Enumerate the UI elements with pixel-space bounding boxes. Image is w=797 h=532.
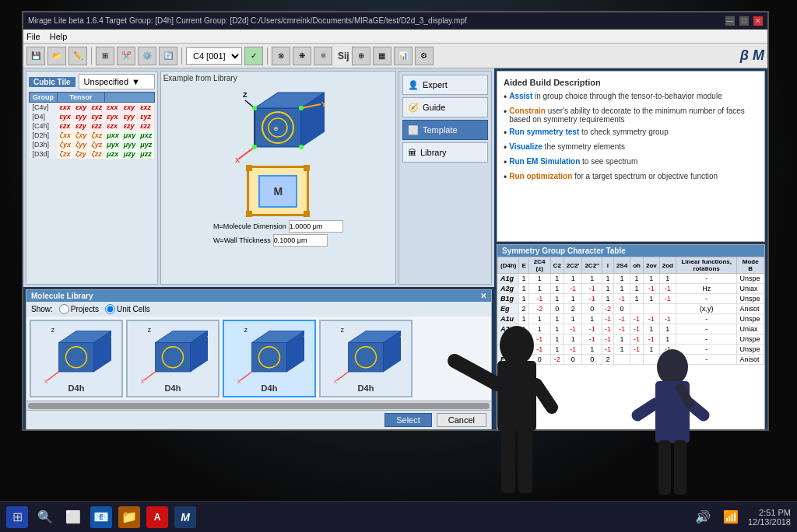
top-section: Cubic Tile Unspecified ▼ Group	[23, 68, 494, 287]
adobe-icon-taskbar[interactable]: A	[146, 506, 168, 528]
search-icon: 🔍	[37, 509, 53, 524]
desc-text-3: Run symmetry test to check symmetry grou…	[509, 128, 669, 136]
select-button[interactable]: Select	[384, 413, 432, 427]
desc-item-4: • Visualize the symmetry elements	[504, 142, 758, 153]
sym-row-a2g: A2g 1 1 1 -1 -1 1 1 1 -1	[498, 284, 764, 294]
guide-btn[interactable]: 🧭 Guide	[402, 97, 488, 117]
sij-label: Sij	[338, 51, 349, 61]
mol-scrollbar[interactable]	[26, 401, 491, 410]
library-label: Library	[420, 148, 447, 157]
wall-thick-input[interactable]	[273, 234, 328, 247]
tensor-cell: εzz	[89, 121, 104, 131]
scrollbar-track[interactable]	[28, 403, 490, 409]
svg-line-21	[47, 372, 59, 380]
bullet-2: •	[504, 107, 507, 117]
mol-cube-3: X Y Z	[234, 325, 304, 383]
menu-help[interactable]: Help	[50, 32, 68, 41]
toolbar-btn-2[interactable]: 📂	[47, 47, 66, 65]
library-btn[interactable]: 🏛 Library	[402, 142, 488, 163]
mol-dim-input[interactable]	[289, 220, 343, 233]
sym-table-scroll[interactable]: (D4h) E 2C4 (z) C2 2C2' 2C2'' i 2S4 oh	[497, 257, 764, 425]
toolbar-btn-sym2[interactable]: ❋	[293, 47, 311, 65]
toolbar-btn-chart[interactable]: 📊	[394, 47, 413, 65]
mol-item-4[interactable]: X Y Z D4h	[319, 320, 413, 397]
folder-icon-taskbar[interactable]: 📁	[118, 506, 140, 528]
sym-table: (D4h) E 2C4 (z) C2 2C2' 2C2'' i 2S4 oh	[497, 257, 764, 365]
toolbar: 💾 📂 ✏️ ⊞ ✂️ ⚙️ 🔄 C4 [001] ✓ ⊗ ❋ ⚛ Sij ⊕ …	[23, 44, 767, 68]
svg-text:Y: Y	[321, 100, 325, 108]
toolbar-btn-6[interactable]: ⚙️	[138, 47, 156, 65]
corner-bl	[246, 211, 252, 217]
mirage-icon-taskbar[interactable]: M	[174, 506, 196, 528]
template-btn[interactable]: ⬜ Template	[402, 120, 488, 140]
window-title: Mirage Lite beta 1.6.4 Target Group: [D4…	[28, 16, 467, 25]
close-button[interactable]: ✕	[753, 16, 763, 26]
search-button[interactable]: 🔍	[34, 506, 56, 528]
toolbar-btn-4[interactable]: ⊞	[96, 47, 114, 65]
tensor-cell-zeta: ζxz	[89, 131, 104, 140]
template-icon: ⬜	[408, 125, 419, 135]
sym-row-eu: Eu 2 0 -2 0 0 2	[498, 355, 764, 365]
minimize-button[interactable]: —	[725, 16, 735, 26]
toolbar-btn-grid[interactable]: ▦	[373, 47, 391, 65]
svg-line-3	[239, 147, 255, 159]
mol-item-3[interactable]: X Y Z D4h	[223, 320, 316, 397]
projects-radio-label[interactable]: Projects	[59, 304, 99, 314]
toolbar-btn-sym1[interactable]: ⊗	[272, 47, 290, 65]
sym-row-b1u: B1u 1 -1 1 1 -1 -1 1 -1 -1	[498, 334, 764, 345]
bullet-6: •	[504, 172, 507, 183]
tensor-cell: εyx	[58, 112, 73, 121]
sym-th-2c4: 2C4 (z)	[528, 257, 550, 274]
toolbar-btn-3[interactable]: ✏️	[68, 47, 87, 65]
dimension-inputs: M=Molecule Dimension W=Wall Thickness	[213, 220, 343, 247]
start-button[interactable]: ⊞	[6, 506, 28, 528]
tensor-cell: εxx	[58, 103, 73, 113]
mol-lib-close[interactable]: ✕	[480, 292, 486, 300]
photo-background: Mirage Lite beta 1.6.4 Target Group: [D4…	[0, 0, 797, 532]
mol-cube-1: X Y Z	[41, 325, 111, 383]
sym-row-label: B2u	[498, 345, 519, 355]
orientation-dropdown[interactable]: C4 [001]	[186, 47, 242, 65]
table-row: [D4] εyx εyy εyz εyx εyy εyz	[30, 112, 155, 121]
sound-icon[interactable]: 🔊	[692, 506, 714, 528]
network-icon[interactable]: 📶	[720, 506, 742, 528]
example-area: Example from Library X Z	[160, 71, 396, 285]
toolbar-btn-5[interactable]: ✂️	[117, 47, 135, 65]
logo-text: β M	[740, 47, 764, 64]
mol-cube-4: X Y Z	[331, 325, 401, 383]
unit-cells-radio[interactable]	[105, 304, 115, 314]
svg-line-29	[144, 372, 156, 380]
toolbar-btn-7[interactable]: 🔄	[159, 47, 177, 65]
email-icon-taskbar[interactable]: 📧	[90, 506, 112, 528]
menu-bar: File Help	[23, 30, 767, 44]
mol-dim-row: M=Molecule Dimension	[213, 220, 343, 233]
tensor-header: Tensor	[58, 93, 105, 103]
menu-file[interactable]: File	[26, 32, 40, 41]
task-view-button[interactable]: ⬜	[62, 506, 84, 528]
svg-text:Y: Y	[111, 334, 112, 340]
group-cell: [D3h]	[30, 140, 58, 149]
projects-radio[interactable]	[59, 304, 69, 314]
clock-area[interactable]: 2:51 PM 12/13/2018	[748, 508, 791, 527]
toolbar-btn-sym3[interactable]: ⚛	[314, 47, 332, 65]
svg-line-37	[241, 372, 252, 380]
svg-text:Z: Z	[243, 91, 248, 99]
tensor-cell-mu: μzx	[104, 149, 121, 159]
toolbar-btn-1[interactable]: 💾	[26, 47, 45, 65]
mol-item-2[interactable]: X Y Z D4h	[126, 320, 219, 397]
unit-cells-radio-label[interactable]: Unit Cells	[105, 304, 150, 314]
expert-btn[interactable]: 👤 Expert	[402, 75, 488, 95]
mol-item-1[interactable]: X Y Z D4h	[30, 320, 123, 397]
cubic-tile-badge: Cubic Tile	[29, 77, 75, 87]
toolbar-checkmark[interactable]: ✓	[244, 47, 263, 65]
tensor-cell-mu: μzz	[138, 149, 154, 159]
tensor-cell-zeta: ζxx	[58, 131, 73, 140]
mol-label-4: D4h	[358, 383, 374, 393]
toolbar-btn-sij[interactable]: ⊕	[352, 47, 370, 65]
sym-row-label: A2u	[498, 324, 519, 334]
toolbar-btn-settings[interactable]: ⚙	[415, 47, 434, 65]
cancel-button[interactable]: Cancel	[437, 413, 486, 427]
maximize-button[interactable]: □	[739, 16, 749, 26]
unspecified-dropdown[interactable]: Unspecified ▼	[79, 74, 155, 89]
sym-row-b1g: B1g 1 -1 1 1 -1 1 -1 1 1	[498, 294, 764, 304]
